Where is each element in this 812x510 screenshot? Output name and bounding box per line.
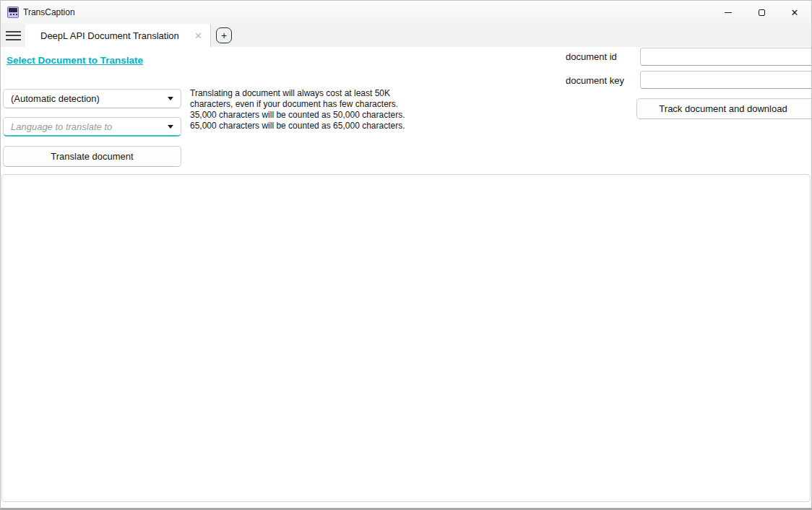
maximize-icon: [759, 9, 765, 16]
cost-info-line: characters, even if your document has fe…: [190, 99, 405, 110]
cost-info-line: 35,000 characters will be counted as 50,…: [190, 110, 405, 121]
tab-close-icon[interactable]: ✕: [192, 30, 204, 41]
document-key-input[interactable]: [640, 71, 811, 89]
select-document-link[interactable]: Select Document to Translate: [7, 55, 143, 66]
tab-deepl-api-document-translation[interactable]: DeepL API Document Translation ✕: [25, 24, 210, 47]
title-bar: TransCaption ✕: [1, 1, 811, 24]
source-language-select[interactable]: (Automatic detection): [3, 89, 181, 108]
document-id-label: document id: [566, 51, 617, 62]
result-panel: [1, 174, 811, 502]
app-window: TransCaption ✕ DeepL API Document Transl…: [0, 0, 812, 510]
minimize-icon: [725, 12, 732, 13]
document-key-label: document key: [566, 75, 624, 86]
app-icon-dots: [10, 14, 12, 15]
target-language-select[interactable]: Language to translate to: [3, 117, 181, 137]
new-tab-button[interactable]: +: [216, 27, 232, 43]
main-content: Select Document to Translate (Automatic …: [1, 47, 811, 510]
chevron-down-icon: [168, 125, 173, 129]
document-id-input[interactable]: [640, 48, 811, 66]
track-download-button[interactable]: Track document and download: [636, 98, 811, 119]
plus-icon: +: [221, 30, 227, 40]
menu-button[interactable]: [1, 24, 25, 47]
window-controls: ✕: [712, 1, 811, 24]
window-title: TransCaption: [23, 7, 75, 17]
app-icon: [7, 7, 19, 18]
translate-document-button[interactable]: Translate document: [3, 146, 181, 167]
app-icon-band: [9, 8, 17, 12]
tab-label: DeepL API Document Translation: [40, 30, 179, 41]
close-button[interactable]: ✕: [778, 1, 811, 24]
minimize-button[interactable]: [712, 1, 745, 24]
source-language-value: (Automatic detection): [11, 93, 100, 104]
chevron-down-icon: [168, 97, 173, 100]
tab-separator: [210, 24, 211, 47]
maximize-button[interactable]: [745, 1, 778, 24]
tab-bar: DeepL API Document Translation ✕ +: [1, 24, 811, 47]
hamburger-icon: [6, 31, 21, 40]
cost-info-line: 65,000 characters will be counted as 65,…: [190, 121, 405, 131]
target-language-placeholder: Language to translate to: [11, 121, 112, 132]
close-icon: ✕: [791, 8, 799, 17]
cost-info-line: Translating a document will always cost …: [190, 88, 405, 99]
cost-info-text: Translating a document will always cost …: [190, 88, 405, 131]
